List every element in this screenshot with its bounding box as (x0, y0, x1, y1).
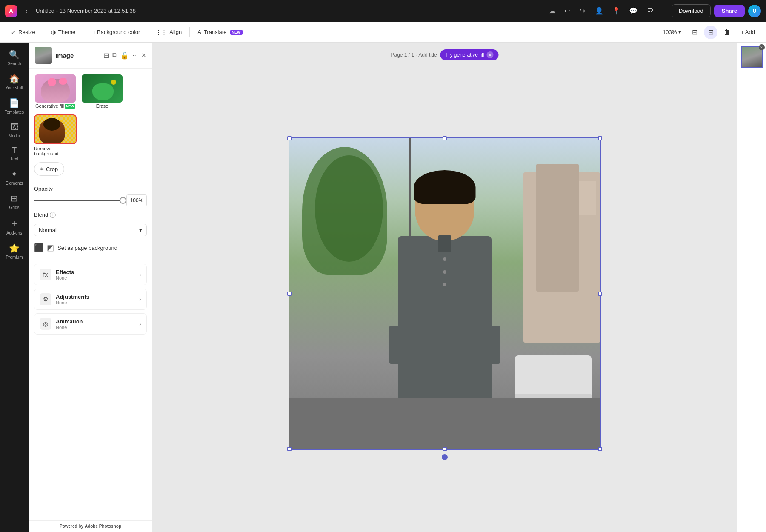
right-panel-close-button[interactable]: × (759, 44, 765, 50)
remove-background-card[interactable]: Remove background (34, 114, 77, 156)
share-button[interactable]: Share (714, 5, 745, 17)
section-divider-1 (34, 182, 147, 182)
try-generative-fill-button[interactable]: Try generative fill × (440, 49, 499, 60)
app-logo[interactable]: A (5, 5, 17, 17)
resize-handle-top-right[interactable] (598, 136, 602, 140)
toolbar-right: 103% ▾ ⊞ ⊟ 🗑 + Add (659, 26, 759, 39)
erase-card[interactable]: Erase (81, 74, 123, 109)
set-as-page-bg-button[interactable]: Set as page background (57, 245, 117, 251)
resize-icon: ⤢ (11, 29, 16, 35)
effects-accordion-header[interactable]: fx Effects None › (34, 264, 146, 285)
effects-title: Effects (56, 269, 135, 275)
sidebar-item-add-ons[interactable]: ＋ Add-ons (2, 214, 27, 239)
generative-fill-label-row: Generative fill NEW (35, 103, 75, 109)
chat-icon-button[interactable]: 💬 (626, 4, 640, 18)
bg-color-icon: □ (91, 29, 94, 35)
lock-icon[interactable]: 🔒 (120, 51, 129, 60)
user-icon-button[interactable]: 👤 (592, 4, 606, 18)
resize-handle-bottom-middle[interactable] (443, 447, 447, 451)
panel-close-button[interactable]: × (141, 51, 146, 60)
resize-handle-bottom-left[interactable] (287, 447, 292, 451)
grids-icon: ⊞ (11, 193, 18, 203)
blend-label: Blend i (34, 212, 56, 218)
resize-handle-top-left[interactable] (287, 136, 292, 140)
remove-background-label: Remove background (34, 146, 77, 156)
grid-layout-icon[interactable]: ⊟ (103, 51, 109, 60)
translate-button[interactable]: A Translate NEW (193, 26, 246, 38)
effects-arrow-icon: › (139, 271, 141, 278)
sidebar-item-templates[interactable]: 📄 Templates (2, 94, 27, 118)
more-options-button[interactable]: ··· (660, 6, 668, 15)
share-chat-icon-button[interactable]: 🗨 (643, 4, 657, 18)
adjustments-arrow-icon: › (139, 296, 141, 303)
translate-icon: A (197, 29, 201, 35)
undo-button[interactable]: ↩ (560, 4, 574, 18)
generative-fill-image (34, 74, 77, 103)
redo-button[interactable]: ↪ (575, 4, 589, 18)
resize-handle-bottom-right[interactable] (598, 447, 602, 451)
back-button[interactable]: ‹ (21, 6, 31, 16)
align-button[interactable]: ⋮⋮ Align (151, 26, 186, 38)
opacity-slider-thumb[interactable] (120, 197, 126, 204)
resize-handle-top-middle[interactable] (443, 136, 447, 140)
chevron-down-icon: ▾ (139, 227, 142, 233)
more-icon[interactable]: ··· (132, 51, 138, 59)
animation-accordion: ◎ Animation None › (34, 313, 147, 335)
canvas-image-container[interactable] (289, 137, 601, 450)
blend-dropdown[interactable]: Normal ▾ (34, 224, 147, 236)
sidebar-item-elements[interactable]: ✦ Elements (2, 166, 27, 189)
adjustments-accordion: ⚙ Adjustments None › (34, 289, 147, 310)
avatar[interactable]: U (748, 5, 761, 17)
sidebar-item-search[interactable]: 🔍 Search (2, 46, 27, 69)
media-icon: 🖼 (10, 122, 19, 132)
opacity-slider[interactable] (34, 200, 123, 201)
background-color-button[interactable]: □ Background color (87, 26, 144, 38)
section-divider-2 (34, 260, 147, 260)
animation-sub: None (56, 325, 135, 330)
left-panel: Image ⊟ ⧉ 🔒 ··· × (29, 43, 152, 532)
effects-text: Effects None (56, 269, 135, 280)
panel-footer: Powered by Adobe Photoshop (29, 520, 152, 532)
sidebar-item-media[interactable]: 🖼 Media (2, 119, 27, 142)
present-button[interactable]: ⊞ (688, 26, 701, 39)
gen-fill-close-button[interactable]: × (487, 51, 494, 58)
add-ons-icon: ＋ (10, 217, 19, 229)
opacity-input[interactable]: 100% (126, 194, 147, 206)
location-icon-button[interactable]: 📍 (609, 4, 623, 18)
right-thumb-wrapper: × (741, 46, 763, 68)
grid-active-button[interactable]: ⊟ (704, 26, 717, 39)
animation-arrow-icon: › (139, 320, 141, 327)
page-bg-row: ⬛ ◩ Set as page background (34, 241, 147, 254)
rotate-handle[interactable] (442, 454, 448, 460)
adjustments-accordion-header[interactable]: ⚙ Adjustments None › (34, 289, 146, 309)
generative-fill-card[interactable]: Generative fill NEW (34, 74, 77, 109)
chevron-down-icon: ▾ (678, 29, 681, 35)
page-bg-icon1: ⬛ (34, 243, 43, 252)
cloud-icon: ☁ (549, 7, 556, 15)
download-button[interactable]: Download (672, 4, 711, 17)
toolbar-separator-2 (83, 27, 83, 37)
blend-info-icon[interactable]: i (50, 212, 56, 218)
generative-fill-badge: NEW (65, 104, 75, 109)
animation-accordion-header[interactable]: ◎ Animation None › (34, 314, 146, 334)
sidebar-item-label: Elements (6, 181, 23, 186)
sidebar-item-your-stuff[interactable]: 🏠 Your stuff (2, 70, 27, 94)
sidebar-item-premium[interactable]: ⭐ Premium (2, 240, 27, 263)
resize-handle-middle-left[interactable] (287, 292, 292, 296)
main-layout: 🔍 Search 🏠 Your stuff 📄 Templates 🖼 Medi… (0, 43, 766, 532)
sidebar-item-text[interactable]: T Text (2, 143, 27, 165)
elements-icon: ✦ (11, 169, 18, 179)
add-button[interactable]: + Add (736, 26, 759, 38)
crop-button[interactable]: ⌗ Crop (34, 162, 64, 176)
resize-button[interactable]: ⤢ Resize (7, 26, 40, 38)
panel-title: Image (55, 52, 100, 59)
resize-handle-middle-right[interactable] (598, 292, 602, 296)
zoom-indicator[interactable]: 103% ▾ (659, 27, 685, 37)
canvas-area[interactable]: Page 1 / 1 - Add title Try generative fi… (152, 43, 737, 532)
toolbar-separator-1 (43, 27, 43, 37)
sidebar-item-grids[interactable]: ⊞ Grids (2, 190, 27, 213)
copy-icon[interactable]: ⧉ (112, 51, 117, 59)
theme-button[interactable]: ◑ Theme (47, 26, 80, 38)
opacity-label: Opacity (34, 186, 53, 192)
trash-button[interactable]: 🗑 (720, 26, 734, 39)
